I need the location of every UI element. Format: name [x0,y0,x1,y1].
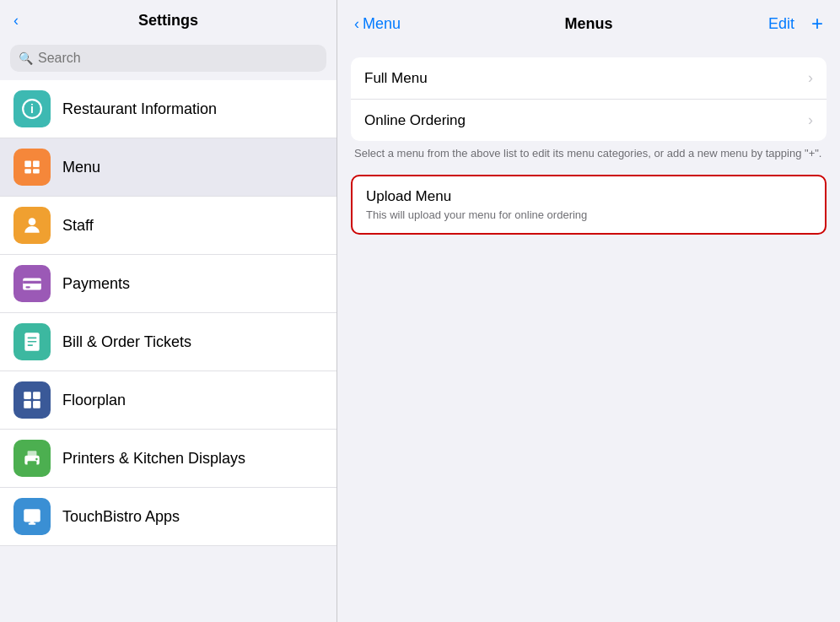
nav-list: i Restaurant Information Menu [0,80,337,622]
full-menu-chevron-icon: › [808,69,813,87]
touchbistro-apps-icon-bg [13,498,51,535]
right-title: Menus [422,15,756,33]
svg-rect-22 [24,509,40,522]
floorplan-icon-bg [13,381,51,419]
svg-rect-17 [33,401,40,408]
online-ordering-label: Online Ordering [364,112,466,129]
svg-rect-8 [23,281,41,284]
menu-options-list: Full Menu › Online Ordering › [351,57,827,141]
right-back-label: Menu [363,15,401,33]
svg-point-21 [35,458,38,461]
svg-rect-4 [24,169,31,173]
svg-rect-11 [28,338,37,339]
search-input[interactable] [38,51,318,66]
sidebar-item-staff[interactable]: Staff [0,197,337,255]
sidebar-item-menu[interactable]: Menu [0,138,337,197]
search-bar: 🔍 [10,45,326,72]
svg-rect-7 [23,279,41,290]
back-button[interactable]: ‹ [13,12,19,30]
svg-rect-20 [28,461,37,465]
floor-icon [21,389,43,411]
floorplan-label: Floorplan [62,392,126,409]
right-panel: ‹ Menu Menus Edit + Full Menu › Online O… [337,0,840,622]
menu-icon-bg [13,149,51,186]
upload-menu-card[interactable]: Upload Menu This will upload your menu f… [351,175,827,235]
helper-text: Select a menu from the above list to edi… [351,141,827,161]
payments-icon-bg [13,265,51,302]
info-icon: i [21,98,43,120]
svg-rect-12 [28,341,37,343]
printer-icon [21,447,43,469]
touchbistro-apps-label: TouchBistro Apps [62,508,180,526]
sidebar-item-touchbistro-apps[interactable]: TouchBistro Apps [0,488,337,546]
svg-rect-16 [24,401,31,408]
menu-icon [21,156,43,178]
settings-title: Settings [138,12,198,30]
svg-rect-2 [24,160,31,167]
sidebar-item-restaurant-information[interactable]: i Restaurant Information [0,80,337,138]
printers-kitchen-icon-bg [13,440,51,477]
right-content: Full Menu › Online Ordering › Select a m… [337,44,840,622]
person-icon [21,214,43,236]
edit-button[interactable]: Edit [768,15,794,33]
back-chevron-icon: ‹ [13,12,19,30]
svg-rect-13 [28,344,34,346]
upload-menu-subtitle: This will upload your menu for online or… [366,208,811,221]
sidebar-item-floorplan[interactable]: Floorplan [0,371,337,430]
left-header: ‹ Settings [0,0,337,38]
svg-rect-3 [33,160,40,167]
svg-text:i: i [30,102,34,116]
sidebar-item-payments[interactable]: Payments [0,255,337,313]
svg-rect-24 [30,521,34,523]
full-menu-item[interactable]: Full Menu › [351,57,827,100]
right-back-nav[interactable]: ‹ Menu [354,15,422,33]
restaurant-information-icon-bg: i [13,90,51,127]
online-ordering-item[interactable]: Online Ordering › [351,100,827,141]
bill-order-tickets-icon-bg [13,323,51,360]
search-icon: 🔍 [19,51,33,65]
svg-rect-9 [25,286,30,288]
right-header: ‹ Menu Menus Edit + [337,0,840,44]
left-panel: ‹ Settings 🔍 i Restaurant Information [0,0,337,622]
right-back-chevron-icon: ‹ [354,15,359,33]
apps-icon [21,506,43,527]
sidebar-item-printers-kitchen[interactable]: Printers & Kitchen Displays [0,430,337,488]
printers-kitchen-label: Printers & Kitchen Displays [62,450,245,468]
svg-rect-15 [33,392,40,399]
card-icon [21,273,43,295]
svg-point-6 [29,218,36,225]
svg-rect-5 [33,169,40,173]
add-button[interactable]: + [811,12,823,35]
right-header-actions: Edit + [756,12,823,35]
staff-label: Staff [62,217,94,235]
menu-list-card: Full Menu › Online Ordering › Select a m… [351,57,827,161]
sidebar-item-bill-order-tickets[interactable]: Bill & Order Tickets [0,313,337,371]
full-menu-label: Full Menu [364,70,428,87]
svg-rect-19 [28,451,37,457]
staff-icon-bg [13,207,51,244]
svg-rect-14 [24,392,31,399]
payments-label: Payments [62,275,130,293]
online-ordering-chevron-icon: › [808,111,813,129]
upload-menu-title: Upload Menu [366,188,811,205]
restaurant-information-label: Restaurant Information [62,100,217,118]
ticket-icon [21,331,43,353]
bill-order-tickets-label: Bill & Order Tickets [62,333,191,351]
menu-label: Menu [62,159,100,176]
